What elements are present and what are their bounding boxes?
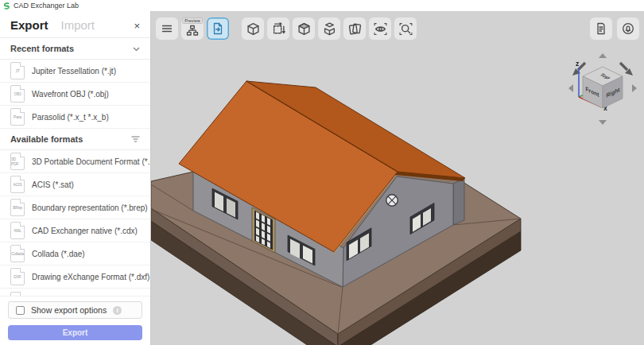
bell-icon: [622, 22, 634, 35]
window-titlebar: CAD Exchanger Lab: [0, 0, 644, 11]
panel-header: Export Import ×: [0, 11, 150, 38]
format-row-3dpdf[interactable]: 3D PDF 3D Portable Document Format (*.pd…: [0, 150, 150, 173]
format-row-dxf[interactable]: DXF Drawing eXchange Format (*.dxf): [0, 266, 150, 289]
exploded-cube-button[interactable]: [318, 17, 340, 40]
format-row-brep[interactable]: BRep Boundary representation (*.brep): [0, 196, 150, 219]
viewcube-arrow-left: [568, 84, 573, 92]
eye-fit-icon: [374, 22, 387, 36]
structure-preview-button[interactable]: Preview: [181, 17, 204, 40]
view-cube[interactable]: z x Top Front Right: [561, 46, 644, 130]
viewport-topright-buttons: [590, 17, 639, 40]
format-row-jt[interactable]: JT Jupiter Tessellation (*.jt): [0, 60, 150, 83]
notifications-button[interactable]: [617, 17, 639, 40]
app-logo-icon: [3, 2, 10, 10]
file-format-icon: ACIS: [10, 176, 25, 193]
export-panel-footer: Show export options i Export: [0, 296, 150, 345]
structure-tree-icon: [186, 25, 199, 37]
export-button[interactable]: Export: [8, 325, 142, 340]
bounding-box-icon: [272, 22, 285, 36]
menu-button[interactable]: [156, 17, 178, 40]
menu-icon: [161, 22, 173, 35]
zoom-fit-icon: [399, 22, 413, 36]
export-options-toggle[interactable]: Show export options i: [8, 301, 142, 319]
export-panel: Export Import × Recent formats JT Jupite…: [0, 11, 151, 345]
notes-document-icon: [595, 22, 607, 35]
file-format-icon: 3D PDF: [10, 153, 25, 170]
show-export-options-checkbox[interactable]: [16, 306, 25, 315]
format-row-partial[interactable]: [0, 289, 150, 296]
format-list: Recent formats JT Jupiter Tessellation (…: [0, 38, 150, 296]
viewcube-arrow-right: [632, 84, 637, 92]
file-format-icon: [10, 292, 25, 297]
format-row-obj[interactable]: OBJ Wavefront OBJ (*.obj): [0, 83, 150, 106]
compare-sheets-icon: [348, 22, 362, 36]
house-ne-wall: [453, 178, 464, 225]
info-icon[interactable]: i: [113, 306, 122, 315]
shaded-cube-icon: [297, 22, 311, 36]
tab-import[interactable]: Import: [61, 18, 95, 32]
file-format-icon: JT: [10, 62, 25, 79]
file-format-icon: XML: [10, 222, 25, 239]
notes-button[interactable]: [590, 17, 612, 40]
view-eye-fit-button[interactable]: [369, 17, 391, 40]
shaded-cube-button[interactable]: [293, 17, 315, 40]
file-format-icon: DXF: [10, 268, 25, 285]
chevron-down-icon[interactable]: [133, 44, 140, 53]
round-gable-window: [386, 195, 398, 206]
exploded-cube-icon: [323, 22, 336, 36]
file-format-icon: Collada: [10, 245, 25, 262]
file-format-icon: Para: [10, 108, 25, 126]
3d-viewport[interactable]: Preview: [151, 11, 644, 345]
tab-export[interactable]: Export: [10, 18, 48, 32]
compare-sheets-button[interactable]: [343, 17, 366, 40]
viewcube-arrow-down: [599, 120, 607, 125]
import-file-icon: [211, 22, 224, 35]
preview-badge: Preview: [182, 17, 203, 24]
recent-formats-header[interactable]: Recent formats: [0, 38, 150, 60]
import-file-button[interactable]: [207, 17, 229, 40]
axis-z-label: z: [576, 60, 579, 68]
wireframe-cube-icon: [246, 22, 260, 36]
filter-icon[interactable]: [131, 134, 140, 144]
file-format-icon: BRep: [10, 199, 25, 216]
format-row-collada[interactable]: Collada Collada (*.dae): [0, 242, 150, 266]
wireframe-cube-button[interactable]: [242, 17, 264, 40]
bounding-box-button[interactable]: [267, 17, 289, 40]
zoom-fit-button[interactable]: [394, 17, 417, 40]
app-title: CAD Exchanger Lab: [14, 2, 79, 10]
format-row-acis[interactable]: ACIS ACIS (*.sat): [0, 173, 150, 196]
format-row-parasolid[interactable]: Para Parasolid (*.x_t *.x_b): [0, 106, 150, 129]
close-icon[interactable]: ×: [134, 21, 140, 31]
file-format-icon: OBJ: [10, 85, 25, 103]
format-row-cdx[interactable]: XML CAD Exchanger native (*.cdx): [0, 219, 150, 242]
viewcube-arrow-up: [599, 53, 607, 58]
viewport-toolbar: Preview: [156, 17, 417, 40]
available-formats-header: Available formats: [0, 129, 150, 150]
